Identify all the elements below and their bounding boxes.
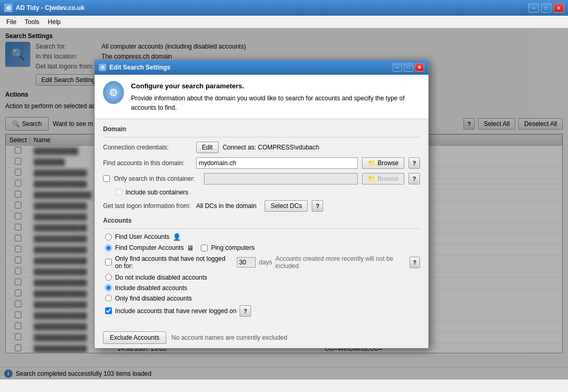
domain-help-button[interactable]: ?: [408, 157, 420, 169]
find-user-radio[interactable]: [105, 234, 112, 240]
container-input[interactable]: [204, 173, 358, 185]
accounts-created-note: Accounts created more recently will not …: [275, 255, 406, 270]
modal-overlay: ⚙ Edit Search Settings ─ □ ✕ ⚙ Configure…: [0, 28, 568, 379]
no-exclusions-note: No account names are currently excluded: [172, 334, 287, 341]
container-help-button[interactable]: ?: [408, 173, 420, 185]
find-computer-radio[interactable]: [105, 245, 112, 251]
only-not-logged-row: Only find accounts that have not logged …: [103, 255, 420, 270]
do-not-include-disabled-radio[interactable]: [105, 274, 112, 281]
include-sub-row: Include sub containers: [113, 189, 420, 196]
only-search-checkbox[interactable]: [103, 175, 110, 182]
modal-body: Domain Connection credentials: Edit Conn…: [95, 119, 428, 327]
accounts-section: Accounts Find User Accounts 👤 Find Compu…: [103, 217, 420, 317]
days-label: days: [259, 259, 272, 266]
modal-minimize-button[interactable]: ─: [393, 63, 402, 72]
include-sub-checkbox[interactable]: [116, 189, 122, 195]
connect-as-text: Connect as: COMPRESS\vdubach: [223, 144, 320, 151]
modal-title-icon: ⚙: [99, 64, 106, 71]
exclude-accounts-button[interactable]: Exclude Accounts: [103, 331, 166, 344]
window-controls: ─ □ ✕: [528, 3, 564, 13]
container-browse-icon: 📁: [368, 175, 376, 182]
browse-button[interactable]: 📁 Browse: [362, 157, 404, 169]
last-logon-row: Get last logon information from: All DCs…: [103, 200, 420, 212]
find-user-label: Find User Accounts: [115, 233, 169, 240]
not-logged-help-button[interactable]: ?: [410, 257, 420, 268]
domain-section-title: Domain: [103, 125, 420, 133]
include-sub-label: Include sub containers: [126, 189, 188, 196]
find-accounts-row: Find accounts in this domain: 📁 Browse ?: [103, 157, 420, 169]
close-button[interactable]: ✕: [553, 3, 564, 13]
accounts-section-title: Accounts: [103, 217, 420, 224]
modal-header-desc: Provide information about the domain you…: [131, 94, 420, 112]
only-disabled-row: Only find disabled accounts: [103, 295, 420, 302]
app-icon: ♻: [4, 4, 13, 12]
modal-title-bar: ⚙ Edit Search Settings ─ □ ✕: [95, 60, 428, 75]
days-input[interactable]: [237, 257, 256, 268]
find-computer-row: Find Computer Accounts 🖥 Ping computers: [103, 244, 420, 252]
maximize-button[interactable]: □: [541, 3, 551, 13]
minimize-button[interactable]: ─: [528, 3, 539, 13]
edit-search-modal: ⚙ Edit Search Settings ─ □ ✕ ⚙ Configure…: [94, 60, 429, 349]
all-dcs-text: All DCs in the domain: [196, 202, 256, 210]
app-title: AD Tidy - Cjwdev.co.uk: [16, 4, 85, 11]
do-not-include-disabled-label: Do not include disabled accounts: [115, 274, 207, 281]
connection-credentials-row: Connection credentials: Edit Connect as:…: [103, 142, 420, 153]
never-logged-help-button[interactable]: ?: [240, 305, 251, 317]
include-never-logged-row: Include accounts that have never logged …: [103, 305, 420, 317]
include-disabled-radio[interactable]: [105, 284, 112, 291]
domain-input[interactable]: [196, 157, 358, 169]
only-not-logged-label: Only find accounts that have not logged …: [115, 255, 234, 270]
modal-maximize-button[interactable]: □: [404, 63, 413, 72]
connection-label: Connection credentials:: [103, 144, 192, 151]
only-disabled-label: Only find disabled accounts: [115, 295, 192, 302]
only-not-logged-checkbox[interactable]: [105, 259, 112, 266]
modal-header-title: Configure your search parameters.: [131, 81, 420, 91]
menu-tools[interactable]: Tools: [20, 17, 43, 27]
ping-computers-checkbox[interactable]: [201, 245, 208, 251]
connection-edit-button[interactable]: Edit: [196, 142, 219, 153]
do-not-include-disabled-row: Do not include disabled accounts: [103, 274, 420, 281]
include-never-logged-checkbox[interactable]: [105, 307, 112, 314]
select-dcs-button[interactable]: Select DCs: [265, 200, 308, 212]
container-browse-button[interactable]: 📁 Browse: [362, 173, 404, 185]
find-computer-label: Find Computer Accounts: [115, 244, 184, 251]
include-disabled-row: Include disabled accounts: [103, 284, 420, 292]
only-search-label: Only search in this container:: [114, 175, 200, 182]
modal-close-button[interactable]: ✕: [415, 63, 424, 72]
include-never-logged-label: Include accounts that have never logged …: [115, 307, 236, 315]
title-bar: ♻ AD Tidy - Cjwdev.co.uk ─ □ ✕: [0, 0, 568, 16]
find-user-row: Find User Accounts 👤: [103, 233, 420, 241]
modal-title: Edit Search Settings: [109, 64, 171, 71]
ping-computers-label: Ping computers: [211, 244, 254, 251]
browse-icon: 📁: [368, 159, 376, 167]
modal-header-icon: ⚙: [103, 81, 124, 104]
dcs-help-button[interactable]: ?: [312, 200, 323, 212]
menu-bar: File Tools Help: [0, 16, 568, 28]
menu-help[interactable]: Help: [43, 17, 65, 27]
menu-file[interactable]: File: [2, 17, 20, 27]
main-area: Search Settings 🔍 Search for: All comput…: [0, 28, 568, 379]
include-disabled-label: Include disabled accounts: [115, 284, 187, 292]
find-accounts-label: Find accounts in this domain:: [103, 159, 192, 167]
only-disabled-radio[interactable]: [105, 295, 112, 302]
last-logon-info-label: Get last logon information from:: [103, 202, 192, 210]
modal-footer: Exclude Accounts No account names are cu…: [95, 327, 428, 348]
only-search-row: Only search in this container: 📁 Browse …: [103, 173, 420, 185]
modal-header: ⚙ Configure your search parameters. Prov…: [95, 75, 428, 119]
